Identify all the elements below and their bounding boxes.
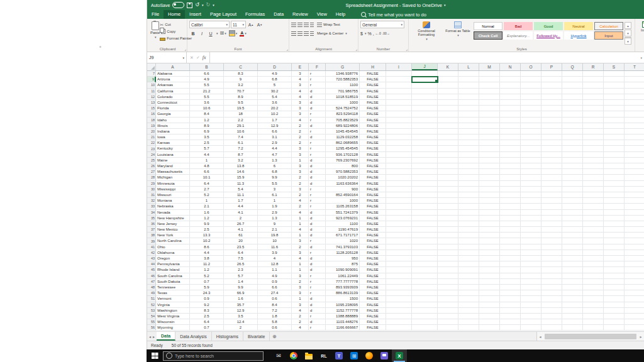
cell-A21[interactable]: Iowa <box>156 134 190 140</box>
cell-K33[interactable] <box>438 204 458 209</box>
rl-icon[interactable]: RL <box>316 349 331 362</box>
cell-E44[interactable]: 1 <box>292 261 309 267</box>
cell-T26[interactable] <box>625 163 644 169</box>
cell-A55[interactable]: Wisconsin <box>156 319 190 325</box>
align-left-icon[interactable] <box>291 31 296 36</box>
cell-M20[interactable] <box>479 129 500 134</box>
cell-P52[interactable] <box>541 302 562 308</box>
cell-E21[interactable]: 2 <box>292 134 309 140</box>
cell-R10[interactable] <box>583 82 604 88</box>
cell-T47[interactable] <box>625 279 644 285</box>
cell-F25[interactable]: d <box>309 158 326 163</box>
cell-N37[interactable] <box>500 227 521 233</box>
cell-E29[interactable]: 2 <box>292 181 309 187</box>
cell-R18[interactable] <box>583 118 604 123</box>
cell-G21[interactable]: 1129.032258 <box>326 134 360 140</box>
sheet-tab-histograms[interactable]: Histograms <box>212 332 243 341</box>
cell-A32[interactable]: Montana <box>156 198 190 204</box>
cell-G18[interactable]: 705.8823529 <box>326 118 360 123</box>
cell-D33[interactable]: 1.9 <box>258 204 292 209</box>
file-explorer-icon[interactable] <box>301 349 316 362</box>
cell-K41[interactable] <box>438 244 458 250</box>
cell-M51[interactable] <box>479 296 500 302</box>
wrap-text-label[interactable]: Wrap Text <box>323 23 340 26</box>
cell-I18[interactable] <box>386 118 412 123</box>
cell-E31[interactable]: 2 <box>292 192 309 198</box>
cell-P10[interactable] <box>541 82 562 88</box>
cell-I9[interactable] <box>386 77 412 82</box>
cell-O37[interactable] <box>521 227 541 233</box>
cell-Q33[interactable] <box>562 204 583 209</box>
cell-O26[interactable] <box>521 163 541 169</box>
cell-G11[interactable]: 701.986755 <box>326 89 360 94</box>
new-sheet-icon[interactable]: ⊕ <box>270 332 279 341</box>
cell-D21[interactable]: 3.1 <box>258 134 292 140</box>
teams-icon[interactable]: T <box>331 349 347 362</box>
cell-N44[interactable] <box>500 261 521 267</box>
cell-Q43[interactable] <box>562 256 583 261</box>
cell-I44[interactable] <box>386 261 412 267</box>
cell-I25[interactable] <box>386 158 412 163</box>
cell-D27[interactable]: 6.8 <box>258 169 292 175</box>
cell-O35[interactable] <box>521 216 541 221</box>
cell-P33[interactable] <box>541 204 562 209</box>
cell-I35[interactable] <box>386 216 412 221</box>
cell-M9[interactable] <box>479 77 500 82</box>
cell-G31[interactable]: 852.4590164 <box>326 192 360 198</box>
cell-K19[interactable] <box>438 123 458 129</box>
cell-Q16[interactable] <box>562 111 583 117</box>
cell-A35[interactable]: New Hampshire <box>156 216 190 221</box>
cell-G13[interactable]: 1000 <box>326 100 360 106</box>
cell-O54[interactable] <box>521 314 541 319</box>
row-header-45[interactable]: 45 <box>147 267 156 273</box>
cell-style-normal[interactable]: Normal <box>474 22 502 30</box>
cell-B55[interactable]: 6.4 <box>190 319 224 325</box>
cell-T56[interactable] <box>625 325 644 331</box>
cell-A46[interactable]: South Carolina <box>156 273 190 279</box>
cell-H18[interactable]: FALSE <box>360 118 386 123</box>
cell-I52[interactable] <box>386 302 412 308</box>
cell-L53[interactable] <box>458 308 479 314</box>
cell-J24[interactable] <box>412 152 438 158</box>
cell-H49[interactable]: FALSE <box>360 290 386 296</box>
cell-B35[interactable]: 1.2 <box>190 216 224 221</box>
cell-H22[interactable]: FALSE <box>360 140 386 146</box>
cell-A27[interactable]: Massachusetts <box>156 169 190 175</box>
cell-S48[interactable] <box>604 285 625 290</box>
cell-A43[interactable]: Oregon <box>156 256 190 261</box>
cell-style-followed-hy[interactable]: Followed Hy... <box>534 31 563 40</box>
indent-icon[interactable] <box>310 31 314 36</box>
cell-M25[interactable] <box>479 158 500 163</box>
cell-P21[interactable] <box>541 134 562 140</box>
row-header-21[interactable]: 21 <box>147 134 156 140</box>
cell-K53[interactable] <box>438 308 458 314</box>
cell-S36[interactable] <box>604 221 625 227</box>
cell-T34[interactable] <box>625 210 644 216</box>
cell-I54[interactable] <box>386 314 412 319</box>
cell-style-input[interactable]: Input <box>594 31 623 40</box>
cell-B20[interactable]: 6.9 <box>190 129 224 134</box>
cell-L42[interactable] <box>458 250 479 256</box>
cell-P46[interactable] <box>541 273 562 279</box>
cell-S51[interactable] <box>604 296 625 302</box>
row-header-46[interactable]: 46 <box>147 273 156 279</box>
cell-S22[interactable] <box>604 140 625 146</box>
cell-O46[interactable] <box>521 273 541 279</box>
cell-C19[interactable]: 29.1 <box>224 123 258 129</box>
row-header-20[interactable]: 20 <box>147 129 156 134</box>
cell-R11[interactable] <box>583 89 604 94</box>
cell-T33[interactable] <box>625 204 644 209</box>
cell-E48[interactable]: 3 <box>292 285 309 290</box>
cell-J27[interactable] <box>412 169 438 175</box>
cell-D49[interactable]: 27.4 <box>258 290 292 296</box>
cell-A54[interactable]: West Virginia <box>156 314 190 319</box>
cell-N34[interactable] <box>500 210 521 216</box>
cell-L51[interactable] <box>458 296 479 302</box>
cell-R38[interactable] <box>583 233 604 238</box>
cell-N21[interactable] <box>500 134 521 140</box>
cell-R13[interactable] <box>583 100 604 106</box>
cell-M35[interactable] <box>479 216 500 221</box>
cell-K12[interactable] <box>438 94 458 100</box>
cell-L46[interactable] <box>458 273 479 279</box>
cell-K29[interactable] <box>438 181 458 187</box>
